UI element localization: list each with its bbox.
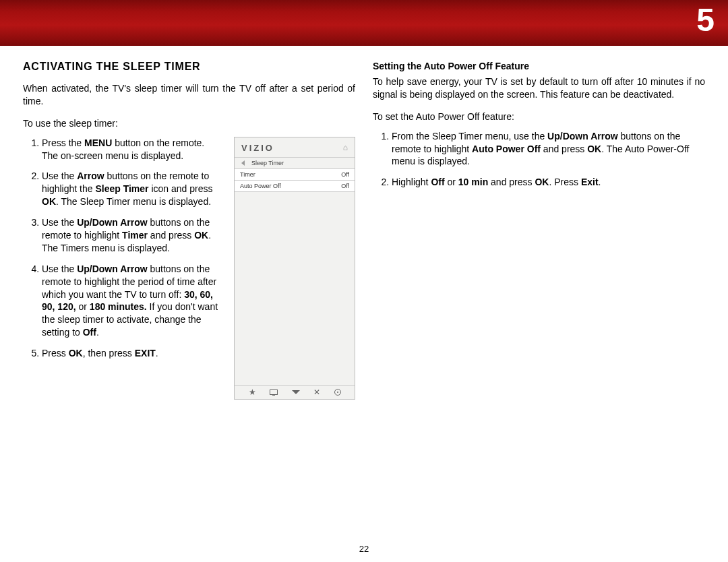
menu-row-auto-power-off: Auto Power Off Off xyxy=(235,181,355,192)
page-number: 22 xyxy=(359,544,369,554)
step-1: Press the MENU button on the remote. The… xyxy=(42,137,224,162)
right-step-1: From the Sleep Timer menu, use the Up/Do… xyxy=(392,130,705,168)
right-steps-list: From the Sleep Timer menu, use the Up/Do… xyxy=(373,130,705,189)
subheading: Setting the Auto Power Off Feature xyxy=(373,61,705,71)
screenshot-footer: ★ ✕ xyxy=(235,385,355,399)
right-step-2: Highlight Off or 10 min and press OK. Pr… xyxy=(392,176,705,189)
row-label: Timer xyxy=(240,171,255,178)
section-title: ACTIVATING THE SLEEP TIMER xyxy=(23,61,355,73)
back-icon xyxy=(241,160,245,166)
steps-container: Press the MENU button on the remote. The… xyxy=(23,137,224,400)
breadcrumb-label: Sleep Timer xyxy=(251,160,284,166)
step-3: Use the Up/Down Arrow buttons on the rem… xyxy=(42,216,224,255)
chevron-down-icon xyxy=(292,390,300,394)
right-intro: To help save energy, your TV is set by d… xyxy=(373,75,705,101)
lead-text: To use the sleep timer: xyxy=(23,117,355,130)
close-icon: ✕ xyxy=(313,388,320,396)
screenshot-breadcrumb: Sleep Timer xyxy=(235,157,355,169)
chapter-number: 5 xyxy=(696,1,715,38)
screenshot-header: VIZIO ⌂ xyxy=(235,137,355,157)
row-value: Off xyxy=(341,171,349,178)
menu-row-timer: Timer Off xyxy=(235,169,355,181)
right-column: Setting the Auto Power Off Feature To he… xyxy=(373,61,705,400)
right-lead: To set the Auto Power Off feature: xyxy=(373,111,705,123)
row-value: Off xyxy=(341,183,349,189)
vizio-logo: VIZIO xyxy=(241,143,274,153)
step-4: Use the Up/Down Arrow buttons on the rem… xyxy=(42,263,224,339)
step-5: Press OK, then press EXIT. xyxy=(42,347,224,360)
gear-icon xyxy=(334,389,341,396)
left-column: ACTIVATING THE SLEEP TIMER When activate… xyxy=(23,61,355,400)
steps-and-screenshot: Press the MENU button on the remote. The… xyxy=(23,137,355,400)
step-2: Use the Arrow buttons on the remote to h… xyxy=(42,170,224,208)
chapter-header-band: 5 xyxy=(0,0,728,46)
page-body: ACTIVATING THE SLEEP TIMER When activate… xyxy=(0,46,728,400)
intro-paragraph: When activated, the TV's sleep timer wil… xyxy=(23,82,355,108)
home-icon: ⌂ xyxy=(343,143,348,152)
screen-icon xyxy=(270,389,278,395)
star-icon: ★ xyxy=(249,388,256,396)
menu-screenshot: VIZIO ⌂ Sleep Timer Timer Off Auto Power… xyxy=(234,137,355,400)
row-label: Auto Power Off xyxy=(240,183,281,189)
steps-list: Press the MENU button on the remote. The… xyxy=(23,137,224,360)
